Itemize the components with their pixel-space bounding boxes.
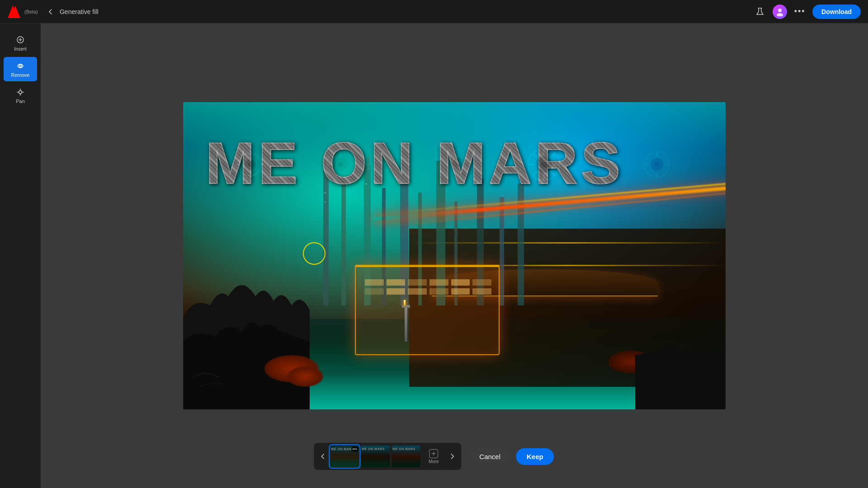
adobe-logo-icon[interactable] [7, 5, 21, 19]
topbar-right: ••• Download [753, 5, 861, 19]
svg-point-3 [777, 13, 783, 16]
thumbnail-2[interactable]: ME ON MARS [361, 446, 390, 467]
plus-symbol: + [432, 450, 436, 458]
svg-rect-18 [500, 197, 504, 305]
more-variations-button[interactable]: + More [422, 446, 445, 467]
center-post [405, 305, 407, 342]
insert-icon [16, 35, 25, 44]
foreground-rocks-left [183, 251, 310, 409]
thumbnail-3[interactable]: ME ON MARS [392, 446, 420, 467]
svg-point-5 [19, 65, 22, 67]
next-thumbnail-button[interactable] [446, 450, 458, 463]
canvas-title: ME ON MARS [206, 129, 703, 197]
bush-left-2 [287, 366, 323, 387]
beta-label: (Beta) [24, 9, 38, 14]
prev-thumbnail-button[interactable] [316, 450, 329, 463]
bottom-action-bar: ME ON MARS ••• ME ON MARS ME ON MARS [314, 443, 554, 470]
insert-label: Insert [14, 46, 27, 52]
user-avatar[interactable] [773, 5, 787, 19]
pan-label: Pan [16, 99, 25, 104]
back-button[interactable] [45, 6, 56, 17]
breadcrumb-title: Generative fill [60, 8, 99, 15]
cancel-button[interactable]: Cancel [468, 448, 511, 465]
pan-icon [16, 88, 25, 97]
thumb-title-3: ME ON MARS [392, 447, 415, 450]
remove-label: Remove [11, 72, 30, 78]
svg-point-2 [778, 9, 782, 12]
remove-tool[interactable]: Remove [4, 57, 37, 81]
left-toolbar: Insert Remove Pan [0, 23, 41, 488]
action-buttons: Cancel Keep [468, 448, 554, 465]
filmstrip-container: ME ON MARS ••• ME ON MARS ME ON MARS [314, 443, 461, 470]
building-top-light [356, 266, 499, 267]
thumbnail-menu-icon[interactable]: ••• [351, 446, 358, 452]
plus-icon: + [429, 449, 438, 458]
more-options-button[interactable]: ••• [793, 5, 807, 19]
more-label: More [429, 459, 439, 464]
thumbnail-1[interactable]: ME ON MARS ••• [330, 446, 359, 467]
canvas-area: ME ON MARS [41, 23, 868, 488]
thumb-title-2: ME ON MARS [362, 447, 385, 450]
keep-button[interactable]: Keep [516, 448, 554, 465]
candle-flame [404, 300, 406, 305]
pan-tool[interactable]: Pan [4, 83, 37, 108]
more-icon: ••• [794, 7, 806, 16]
svg-rect-9 [341, 183, 346, 305]
insert-tool[interactable]: Insert [4, 31, 37, 55]
download-button[interactable]: Download [812, 5, 861, 19]
svg-rect-6 [19, 91, 22, 94]
foreground-rocks-right [635, 319, 726, 409]
remove-icon [16, 61, 25, 70]
main-canvas[interactable]: ME ON MARS [183, 102, 726, 409]
neon-building [355, 265, 500, 355]
svg-rect-21 [324, 202, 326, 202]
post-cap [402, 305, 410, 308]
flask-icon-button[interactable] [753, 5, 767, 19]
building-windows [365, 279, 491, 295]
topbar: (Beta) Generative fill ••• Download [0, 0, 868, 23]
